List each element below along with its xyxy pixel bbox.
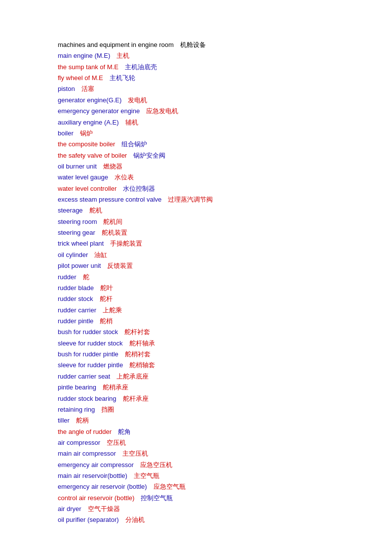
list-item: oil cylinder 油缸 [58,250,362,260]
english-term: retaining ring [58,406,95,413]
chinese-term: 锅炉 [74,129,93,137]
english-term: air dryer [58,505,81,512]
english-term: steering room [58,218,97,225]
english-term: rudder carrier seat [58,373,110,380]
english-term: pintle bearing [58,384,96,391]
list-item: fly wheel of M.E 主机飞轮 [58,73,362,84]
chinese-term: 舵叶 [94,284,113,292]
list-item: water level controller 水位控制器 [58,183,362,194]
list-item: auxiliary engine (A.E) 辅机 [58,117,362,128]
list-item: control air reservoir (bottle) 控制空气瓶 [58,493,362,504]
english-term: tiller [58,417,70,424]
english-term: water level gauge [58,173,108,181]
english-term: fly wheel of M.E [58,74,103,82]
chinese-term: 舵杆 [93,295,113,302]
chinese-term: 锅炉安全阀 [127,152,165,159]
english-term: emergency generator engine [58,107,140,115]
chinese-term: 舵机装置 [95,229,127,236]
list-item: tiller 舵柄 [58,415,362,426]
english-term: auxiliary engine (A.E) [58,119,119,126]
list-item: main air reservoir(bottle) 主空气瓶 [58,470,362,481]
list-item: oil burner unit 燃烧器 [58,161,362,172]
english-term: generator engine(G.E) [58,96,121,104]
list-item: the composite boiler 组合锅炉 [58,139,362,150]
chinese-term: 舵梢轴套 [123,361,155,369]
chinese-term: 应急空气瓶 [147,483,186,490]
english-term: rudder [58,273,77,281]
list-item: pintle bearing 舵梢承座 [58,382,362,393]
english-term: steerage [58,207,83,214]
english-term: the sump tank of M.E [58,63,118,71]
english-term: bush for rudder pintle [58,350,118,358]
chinese-term: 舵 [77,273,89,281]
list-item: steering room 舵机间 [58,216,362,227]
chinese-term: 活塞 [75,85,94,92]
list-item: steerage 舵机 [58,205,362,216]
english-term: sleeve for rudder pintle [58,361,123,369]
chinese-term: 手操舵装置 [104,240,142,247]
list-item: steering gear 舵机装置 [58,227,362,238]
list-item: main engine (M.E) 主机 [58,50,362,61]
list-item: pilot power unit 反馈装置 [58,260,362,271]
list-item: piston 活塞 [58,84,362,94]
chinese-term: 应急发电机 [140,107,178,115]
list-item: machines and equipment in engine room 机舱… [58,40,362,50]
list-item: bush for rudder stock 舵杆衬套 [58,327,362,338]
english-term: sleeve for rudder stock [58,340,123,347]
chinese-term: 发电机 [121,96,147,104]
chinese-term: 水位控制器 [117,185,155,192]
chinese-term: 主机 [110,52,129,59]
chinese-term: 主机油底壳 [118,63,157,71]
chinese-term: 控制空气瓶 [134,494,173,502]
list-item: trick wheel plant 手操舵装置 [58,238,362,249]
list-item: water level gauge 水位表 [58,172,362,183]
list-item: bush for rudder pintle 舵梢衬套 [58,349,362,360]
chinese-term: 空压机 [100,439,126,446]
list-item: rudder 舵 [58,272,362,283]
chinese-term: 舵机 [83,207,102,214]
english-term: oil cylinder [58,251,88,258]
list-item: sleeve for rudder pintle 舵梢轴套 [58,360,362,371]
english-term: main air compressor [58,450,116,457]
english-term: oil purifier (separator) [58,516,119,523]
chinese-term: 燃烧器 [97,163,122,170]
chinese-term: 油缸 [88,251,107,258]
list-item: the sump tank of M.E 主机油底壳 [58,62,362,73]
chinese-term: 舵机间 [97,218,122,225]
chinese-term: 舵梢 [93,317,113,325]
chinese-term: 机舱设备 [174,41,206,48]
chinese-term: 舵杆承座 [117,395,149,402]
english-term: emergency air compressor [58,461,134,469]
list-item: boiler 锅炉 [58,128,362,139]
english-term: rudder stock bearing [58,395,117,402]
chinese-term: 舵柄 [70,417,89,424]
list-item: air compressor 空压机 [58,437,362,448]
list-item: the angle of rudder 舵角 [58,427,362,437]
list-item: emergency air compressor 应急空压机 [58,460,362,470]
chinese-term: 舵杆轴承 [123,340,155,347]
chinese-term: 组合锅炉 [115,140,147,148]
chinese-term: 上舵乘 [96,306,122,314]
list-item: the safety valve of boiler 锅炉安全阀 [58,150,362,161]
english-term: trick wheel plant [58,240,104,247]
list-item: rudder stock bearing 舵杆承座 [58,393,362,404]
list-item: rudder blade 舵叶 [58,283,362,294]
english-term: pilot power unit [58,262,101,269]
list-item: emergency generator engine 应急发电机 [58,106,362,117]
chinese-term: 挡圈 [95,406,114,413]
english-term: boiler [58,129,74,137]
chinese-term: 舵角 [112,428,131,435]
chinese-term: 过理蒸汽调节阀 [161,196,213,203]
vocabulary-list: machines and equipment in engine room 机舱… [58,40,362,526]
english-term: machines and equipment in engine room [58,41,174,48]
chinese-term: 应急空压机 [134,461,172,469]
list-item: main air compressor 主空压机 [58,448,362,459]
english-term: bush for rudder stock [58,328,118,336]
list-item: sleeve for rudder stock 舵杆轴承 [58,338,362,349]
english-term: water level controller [58,185,117,192]
english-term: main engine (M.E) [58,52,110,59]
english-term: control air reservoir (bottle) [58,494,134,502]
english-term: steering gear [58,229,95,236]
english-term: rudder stock [58,295,93,302]
chinese-term: 主机飞轮 [103,74,135,82]
